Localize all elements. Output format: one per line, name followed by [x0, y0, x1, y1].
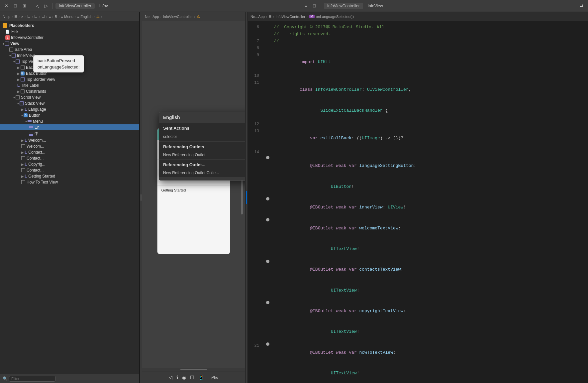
- tree-item-contacttextview[interactable]: Contact...: [0, 155, 139, 161]
- ib-tool-back[interactable]: ◁: [169, 375, 172, 380]
- line-content-iboutlet-3b: UITextView!: [271, 239, 588, 259]
- minimize-btn[interactable]: ⊡: [12, 3, 19, 9]
- tab-right-infoview[interactable]: InfoView: [364, 3, 386, 9]
- split-btn[interactable]: ⇄: [578, 3, 585, 9]
- filter-input[interactable]: [9, 376, 55, 382]
- ib-canvas[interactable]: ‹ About Language English Hello :): [142, 21, 245, 368]
- breadcrumb-english[interactable]: ≡ English: [77, 15, 92, 19]
- tree-item-copyrlabel[interactable]: ▶ L Copyrig...: [0, 161, 139, 167]
- context-section-refoutletcoll: Referencing Outlet...: [159, 160, 245, 169]
- code-breadcrumb-app[interactable]: Ne...App: [250, 15, 265, 19]
- tree-item-howtotextview[interactable]: How To Text View: [0, 179, 139, 185]
- code-breadcrumb-group[interactable]: ⊞: [268, 14, 271, 19]
- tree-item-english[interactable]: En: [0, 124, 139, 130]
- tree-view-header[interactable]: ▾ View: [0, 41, 139, 47]
- breadcrumb-group[interactable]: ⊞: [14, 14, 17, 19]
- context-item-new-outlet[interactable]: New Referencing Outlet: [159, 151, 245, 160]
- forward-btn[interactable]: ▷: [43, 3, 50, 9]
- code-line-12: 12: [248, 121, 588, 128]
- first-badge: 1: [5, 35, 10, 40]
- contacttextview-label: Contact...: [27, 156, 44, 161]
- line-gutter-21: [264, 342, 271, 346]
- breadcrumb-B[interactable]: B: [55, 15, 57, 19]
- tree-item-safearea[interactable]: Safe Area: [0, 47, 139, 53]
- tree-item-contactlabel[interactable]: ▶ L Contact...: [0, 149, 139, 155]
- h-scrollbar[interactable]: [180, 369, 207, 370]
- tooltip-item-back[interactable]: backButtonPressed: [38, 58, 80, 64]
- breadcrumb-view3[interactable]: ☐: [42, 14, 45, 19]
- tooltip-item-lang[interactable]: onLanguageSelected:: [38, 64, 80, 70]
- center-divider[interactable]: [245, 12, 248, 383]
- code-line-21b: UITextView!: [248, 363, 588, 383]
- context-popup-title: English: [163, 115, 180, 120]
- context-item-selector[interactable]: selector +: [159, 132, 245, 142]
- line-num-11b: [248, 100, 264, 101]
- code-breadcrumb: Ne...App › ⊞ › InfoViewController › M on…: [248, 12, 588, 21]
- back-btn[interactable]: ◁: [34, 3, 41, 9]
- tree-item-copyrtextview[interactable]: Contact...: [0, 167, 139, 173]
- tab-infov[interactable]: Infov: [96, 3, 111, 9]
- innerview-arrow: ▾: [9, 54, 11, 58]
- tree-item-welcomelabel[interactable]: ▶ L Welcom...: [0, 137, 139, 143]
- code-breadcrumb-method[interactable]: onLanguageSelected(:): [316, 15, 354, 19]
- ib-breadcrumb-infovc[interactable]: InfoViewController: [163, 15, 193, 19]
- context-item-new-outlet-coll[interactable]: New Referencing Outlet Colle...: [159, 169, 245, 178]
- maximize-btn[interactable]: ⊞: [21, 3, 28, 9]
- breadcrumb-view2[interactable]: ☐: [34, 14, 38, 19]
- add-icon[interactable]: +: [245, 134, 245, 140]
- ib-breadcrumb-app[interactable]: Ne...App: [145, 15, 159, 19]
- tree-item-language[interactable]: ▶ L Language: [0, 106, 139, 112]
- button-arrow: ▾: [21, 114, 23, 117]
- welcomelabel-arrow: ▶: [21, 139, 24, 142]
- breadcrumb-x[interactable]: ×: [21, 15, 23, 19]
- tree-item-scrollview[interactable]: ▾ Scroll View: [0, 94, 139, 100]
- breadcrumb-menu-icon[interactable]: ≡: [49, 15, 51, 19]
- tree-item-menu[interactable]: ▾ Menu: [0, 118, 139, 124]
- tree-item-topborderview[interactable]: ▶ Top Border View: [0, 76, 139, 82]
- line-content-7: //: [271, 38, 588, 45]
- layout-btn[interactable]: ≡: [303, 3, 309, 9]
- tree-item-welcometextview[interactable]: Welcom...: [0, 143, 139, 149]
- popup-resize-handle[interactable]: ⣿: [159, 178, 245, 180]
- tree-item-chinese[interactable]: 中: [0, 130, 139, 137]
- search-icon: 🔍: [3, 376, 8, 381]
- tree-item-file[interactable]: 📄 File: [0, 29, 139, 35]
- tree-area: Placeholders 📄 File 1 InfoViewController…: [0, 21, 139, 374]
- tree-item-button[interactable]: ▾ B Button: [0, 112, 139, 118]
- code-editor[interactable]: 6 // Copyright © 2017年 RainCast Studio. …: [248, 21, 588, 383]
- gettingstarted-arrow: ▶: [21, 175, 24, 178]
- tree-item-stackview[interactable]: ▾ Stack View: [0, 100, 139, 106]
- ib-tool-connection[interactable]: ◉: [182, 375, 186, 380]
- ib-tool-info[interactable]: ℹ: [176, 375, 178, 380]
- context-section-refoutlets: Referencing Outlets: [159, 142, 245, 151]
- menu-arrow: ▾: [25, 120, 27, 123]
- code-line-21: 21 @IBOutlet weak var howToTextView:: [248, 342, 588, 363]
- welcomelabel-icon: L: [25, 138, 27, 143]
- tree-item-first[interactable]: 1 InfoViewController: [0, 35, 139, 41]
- context-section-sent-actions: Sent Actions: [159, 123, 245, 132]
- tree-item-gettingstarted[interactable]: ▶ L Getting Started: [0, 173, 139, 179]
- language-label: Language: [28, 107, 46, 112]
- center-panel: Ne...App › InfoViewController › ⚠ ‹ Abou…: [142, 12, 245, 383]
- contactlabel-icon: L: [25, 150, 27, 155]
- breadcrumb-menu-label[interactable]: ≡ Menu: [61, 15, 73, 19]
- backbuttonimage-arrow: ▶: [17, 66, 20, 69]
- code-breadcrumb-infovc[interactable]: InfoViewController: [275, 15, 305, 19]
- tab-infoviewcontroller[interactable]: InfoViewController: [55, 3, 95, 9]
- collapse-btn[interactable]: ⊟: [311, 3, 318, 9]
- scrollview-arrow: ▾: [13, 96, 15, 99]
- breadcrumb-view1[interactable]: ☐: [27, 14, 31, 19]
- close-btn[interactable]: ✕: [3, 3, 10, 9]
- line-indicator: [246, 191, 247, 204]
- tree-item-constraints[interactable]: ▶ Constraints: [0, 88, 139, 94]
- tree-item-titlelabel[interactable]: L Title Label: [0, 82, 139, 88]
- filter-bar: 🔍: [0, 374, 139, 383]
- backbutton-icon: B: [21, 71, 25, 75]
- tab-right-infoviewcontroller[interactable]: InfoViewController: [324, 3, 363, 9]
- ib-tool-view[interactable]: ☐: [190, 375, 194, 380]
- breadcrumb-app[interactable]: N...p: [3, 15, 10, 19]
- ib-tool-device[interactable]: 📱: [198, 375, 204, 380]
- ib-canvas-scrollbar[interactable]: [241, 175, 243, 214]
- left-divider[interactable]: [140, 12, 142, 383]
- copyrlabel-arrow: ▶: [21, 163, 24, 166]
